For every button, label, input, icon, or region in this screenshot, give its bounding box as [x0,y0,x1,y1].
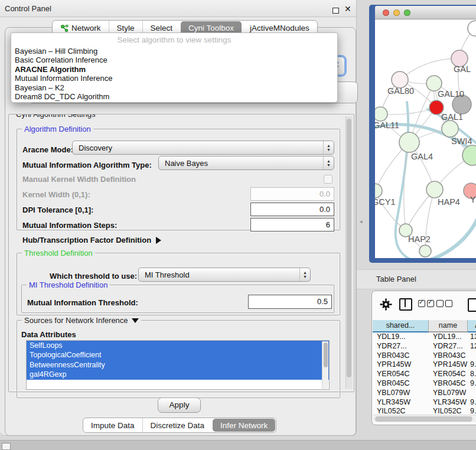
which-threshold-select[interactable]: MI Threshold ▲▼ [138,268,311,282]
table-horizontal-scrollbar[interactable] [373,415,476,422]
network-window-inner: GALGAL80GAL10GAL1SWI4GAL11GAL4GCY1HAP4YH… [375,6,476,258]
table-row[interactable]: YPR145WYPR145W9. [373,360,476,370]
network-node-label: GAL4 [411,152,433,161]
attribute-item[interactable]: TopologicalCoefficient [27,350,329,360]
settings-scrollbar-thumb[interactable] [347,119,351,377]
table-hscroll-thumb[interactable] [375,416,472,422]
minimize-traffic-light[interactable] [393,9,400,16]
dpi-tolerance-label: DPI Tolerance [0,1]: [22,206,93,214]
column-header-shared-[interactable]: shared... [373,320,429,332]
network-view-window: GALGAL80GAL10GAL1SWI4GAL11GAL4GCY1HAP4YH… [369,5,476,263]
table-row[interactable]: YDR27...YDR27...12 [373,342,476,351]
attribute-item[interactable]: SelfLoops [27,341,329,350]
dropdown-item-bayesian-hill-climbing[interactable]: Bayesian – Hill Climbing [11,47,337,56]
network-node-label: GAL [454,64,471,74]
table-row[interactable]: YBL079WYBL079W [373,389,476,398]
dropdown-item-mutual-information-inference[interactable]: Mutual Information Inference [11,74,337,83]
mi-threshold-label: Mutual Information Threshold: [27,298,138,307]
checkbox-checked-icon [427,300,434,307]
checkbox-unchecked-icon [436,300,444,307]
table-cell: YBL079W [373,389,429,398]
manual-kernel-checkbox[interactable] [324,175,332,184]
network-node[interactable] [399,132,419,152]
close-traffic-light[interactable] [383,9,389,16]
collapse-arrow-icon[interactable] [132,318,139,323]
unchecked-columns-icon[interactable] [436,300,454,309]
expand-arrow-icon [156,237,161,244]
apply-button[interactable]: Apply [158,397,201,413]
zoom-traffic-light[interactable] [404,9,410,16]
control-panel-window: Control Panel ✕ ▲▼ NetworkStyleSelectCyn… [0,0,357,436]
table-row[interactable]: YER054CYER054C8. [373,370,476,379]
attribute-item[interactable]: gal4RGexp [27,370,329,379]
attribute-item[interactable]: BetweennessCentrality [27,360,329,370]
table-row[interactable]: YLR345WYLR345W9. [373,398,476,407]
table-cell: YLR345W [373,398,429,407]
panel-divider-handle[interactable]: ◂ [360,219,363,224]
network-canvas[interactable]: GALGAL80GAL10GAL1SWI4GAL11GAL4GCY1HAP4YH… [375,19,476,258]
which-threshold-label: Which threshold to use: [50,272,137,281]
dropdown-item-aracne-algorithm[interactable]: ARACNE Algorithm [11,65,337,74]
dropdown-item-basic-correlation-inference[interactable]: Basic Correlation Inference [11,56,337,64]
application-root: Control Panel ✕ ▲▼ NetworkStyleSelectCyn… [0,0,476,450]
table-row[interactable]: YBR043CYBR043C [373,351,476,361]
table-row[interactable]: YBR045CYBR045C9. [373,379,476,389]
table-cell: 12 [468,342,476,351]
aracne-mode-select[interactable]: Discovery ▲▼ [72,141,334,155]
table-cell: YER054C [373,370,429,379]
sources-group-title: Sources for Network Inference [22,316,141,325]
mi-algorithm-type-select[interactable]: Naive Bayes ▲▼ [158,156,334,170]
table-cell: YDL19... [373,332,429,342]
table-cell: 9. [468,379,476,389]
tab-label: Network [71,24,101,32]
network-node[interactable] [392,71,408,88]
gear-icon[interactable] [380,298,392,312]
kernel-width-field[interactable]: 0.0 [250,187,334,201]
tab-impute-data[interactable]: Impute Data [83,418,142,432]
column-header-a[interactable]: A [468,320,476,332]
network-graph: GALGAL80GAL10GAL1SWI4GAL11GAL4GCY1HAP4YH… [375,19,476,258]
table-row[interactable]: YDL19...YDL19...13 [373,332,476,342]
network-node[interactable] [426,181,443,198]
network-node[interactable] [468,21,476,36]
tab-label: Discretize Data [151,421,205,430]
mi-steps-field[interactable]: 6 [250,218,334,231]
network-node[interactable] [442,120,458,137]
column-header-name[interactable]: name [429,320,468,332]
threshold-definition-title: Threshold Definition [22,249,95,257]
table-cell: YDR27... [373,342,429,351]
tab-infer-network[interactable]: Infer Network [213,419,275,432]
mi-steps-label: Mutual Information Steps: [22,221,117,230]
close-icon[interactable]: ✕ [344,4,351,14]
data-attributes-label: Data Attributes [21,330,76,339]
combo-stepper-icon: ▲▼ [323,156,334,169]
split-columns-icon[interactable] [399,298,412,311]
resize-grip-icon[interactable] [2,443,11,450]
table-cell [468,389,476,398]
checked-columns-icon[interactable] [418,300,436,309]
table-cell: YDR27... [429,342,468,351]
table-cell: 9. [468,360,476,370]
table-cell: YBR045C [373,379,429,389]
dropdown-item-dream8-dc-tdc-algorithm[interactable]: Dream8 DC_TDC Algorithm [11,92,337,101]
combo-stepper-icon: ▲▼ [323,141,334,154]
network-node[interactable] [375,107,387,121]
dropdown-item-bayesian-k2[interactable]: Bayesian – K2 [11,83,337,92]
attributes-scrollbar[interactable] [322,341,328,389]
mi-threshold-field[interactable]: 0.5 [248,295,332,309]
float-window-icon[interactable] [332,8,339,14]
data-attributes-list[interactable]: SelfLoopsTopologicalCoefficientBetweenne… [26,340,330,390]
mi-type-label: Mutual Information Algorithm Type: [22,161,152,169]
dpi-tolerance-field[interactable]: 0.0 [250,203,334,216]
tab-discretize-data[interactable]: Discretize Data [142,418,213,432]
attributes-scrollbar-thumb[interactable] [324,343,328,367]
bottom-tab-bar: Impute DataDiscretize DataInfer Network [83,418,276,433]
tab-label: Select [151,24,173,32]
network-node[interactable] [375,184,382,198]
hub-definition-expander[interactable]: Hub/Transcription Factor Definition [22,236,161,244]
document-icon[interactable] [468,298,476,312]
manual-kernel-label: Manual Kernel Width Definition [22,175,136,184]
table-cell: 8. [468,370,476,379]
tab-label: jActiveMNodules [250,24,309,32]
network-node[interactable] [419,245,431,257]
